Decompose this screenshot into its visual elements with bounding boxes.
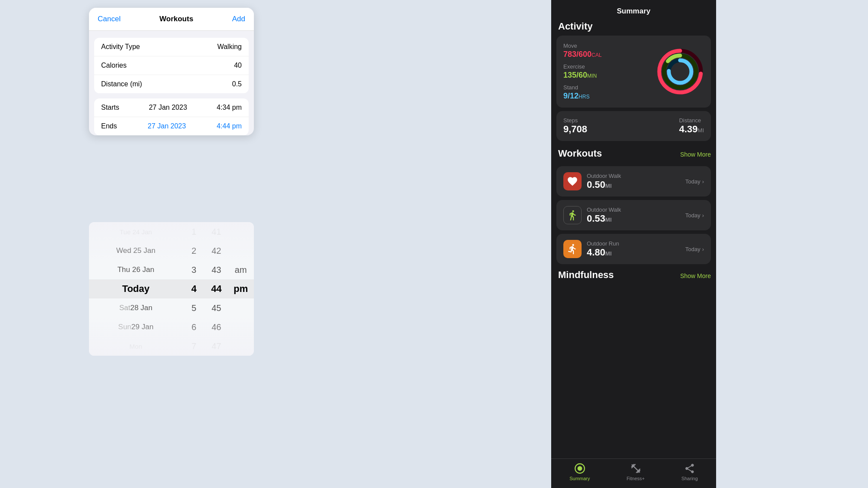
svg-point-7 xyxy=(577,466,582,471)
picker-item[interactable]: 41 xyxy=(205,222,228,241)
steps-value: 9,708 xyxy=(563,124,587,135)
workout-distance: 0.53MI xyxy=(587,213,685,224)
picker-item[interactable]: 5 xyxy=(183,298,205,318)
picker-item[interactable]: Tue 24 Jan xyxy=(89,222,183,241)
picker-item[interactable]: 42 xyxy=(205,241,228,260)
nav-fitness[interactable]: Fitness+ xyxy=(627,462,645,481)
activity-type-value: Walking xyxy=(217,43,242,51)
fitness-nav-icon xyxy=(630,462,642,475)
exercise-value: 135/60MIN xyxy=(563,71,602,80)
nav-summary[interactable]: Summary xyxy=(569,462,590,481)
date-form: Starts 27 Jan 2023 4:34 pm Ends 27 Jan 2… xyxy=(94,98,249,135)
starts-label: Starts xyxy=(101,104,119,111)
stand-label: Stand xyxy=(563,84,602,91)
workout-distance: 0.50MI xyxy=(587,179,685,190)
picker-item[interactable]: am xyxy=(228,260,254,279)
distance-value: 4.39MI xyxy=(679,124,704,135)
mindfulness-section: Mindfulness Show More xyxy=(551,268,716,288)
distance-label: Distance (mi) xyxy=(101,80,142,88)
picker-item[interactable]: 47 xyxy=(205,337,228,356)
starts-date: 27 Jan 2023 xyxy=(149,104,187,111)
modal-title: Workouts xyxy=(159,15,193,23)
picker-item[interactable]: 3 xyxy=(183,260,205,279)
workout-name: Outdoor Walk xyxy=(587,206,685,213)
starts-row[interactable]: Starts 27 Jan 2023 4:34 pm xyxy=(94,98,249,117)
activity-rings-card: Move 783/600CAL Exercise 135/60MIN Stand… xyxy=(556,36,711,108)
move-stat: Move 783/600CAL xyxy=(563,43,602,59)
activity-rings xyxy=(656,48,704,95)
workouts-modal: Cancel Workouts Add Activity Type Walkin… xyxy=(89,8,254,135)
activity-type-row[interactable]: Activity Type Walking xyxy=(94,38,249,56)
move-value: 783/600CAL xyxy=(563,50,602,59)
exercise-stat: Exercise 135/60MIN xyxy=(563,63,602,80)
bottom-nav: Summary Fitness+ Sharing xyxy=(551,459,716,488)
calories-value: 40 xyxy=(234,62,242,69)
workout-walk-icon xyxy=(563,206,582,224)
distance-label: Distance xyxy=(679,117,704,124)
calories-label: Calories xyxy=(101,62,127,69)
ends-label: Ends xyxy=(101,122,117,130)
workouts-header: Workouts Show More xyxy=(556,146,711,163)
ends-date: 27 Jan 2023 xyxy=(148,122,186,130)
picker-item[interactable]: 2 xyxy=(183,241,205,260)
rings-svg xyxy=(656,48,704,95)
steps-col: Steps 9,708 xyxy=(563,117,587,135)
distance-row[interactable]: Distance (mi) 0.5 xyxy=(94,75,249,93)
picker-item[interactable]: 46 xyxy=(205,318,228,337)
stand-value: 9/12HRS xyxy=(563,92,602,101)
picker-item[interactable]: 6 xyxy=(183,318,205,337)
workouts-title: Workouts xyxy=(558,148,602,159)
picker-item[interactable] xyxy=(228,337,254,356)
picker-item[interactable]: 43 xyxy=(205,260,228,279)
activity-form: Activity Type Walking Calories 40 Distan… xyxy=(94,38,249,93)
workout-time: Today › xyxy=(685,212,704,219)
mindfulness-show-more[interactable]: Show More xyxy=(680,272,711,279)
mindfulness-title: Mindfulness xyxy=(558,269,614,281)
picker-item[interactable]: Sun 29 Jan xyxy=(89,318,183,337)
workout-time: Today › xyxy=(685,178,704,185)
picker-item[interactable]: Mon xyxy=(89,337,183,356)
workout-item[interactable]: Outdoor Run 4.80MI Today › xyxy=(556,234,711,264)
workout-time: Today › xyxy=(685,246,704,252)
workout-heart-icon xyxy=(563,172,582,190)
time-picker[interactable]: Tue 24 Jan Wed 25 Jan Thu 26 Jan Today S… xyxy=(89,222,254,356)
picker-item[interactable] xyxy=(228,222,254,241)
steps-card: Steps 9,708 Distance 4.39MI xyxy=(556,111,711,141)
move-label: Move xyxy=(563,43,602,49)
left-panel: Cancel Workouts Add Activity Type Walkin… xyxy=(87,0,256,488)
calories-row[interactable]: Calories 40 xyxy=(94,56,249,75)
sharing-nav-label: Sharing xyxy=(681,476,698,481)
summary-nav-icon xyxy=(574,462,586,475)
picker-item[interactable]: 45 xyxy=(205,298,228,318)
workout-run-icon xyxy=(563,240,582,258)
workout-distance: 4.80MI xyxy=(587,247,685,258)
workout-name: Outdoor Run xyxy=(587,240,685,247)
cancel-button[interactable]: Cancel xyxy=(98,15,121,23)
workout-item[interactable]: Outdoor Walk 0.53MI Today › xyxy=(556,200,711,230)
workout-info: Outdoor Run 4.80MI xyxy=(587,240,685,258)
picker-item[interactable]: 7 xyxy=(183,337,205,356)
workout-item[interactable]: Outdoor Walk 0.50MI Today › xyxy=(556,166,711,197)
fitness-nav-label: Fitness+ xyxy=(627,476,645,481)
workout-info: Outdoor Walk 0.53MI xyxy=(587,206,685,224)
ends-row[interactable]: Ends 27 Jan 2023 4:44 pm xyxy=(94,117,249,135)
add-button[interactable]: Add xyxy=(232,15,245,23)
summary-title: Summary xyxy=(551,0,716,19)
nav-sharing[interactable]: Sharing xyxy=(681,462,698,481)
distance-col: Distance 4.39MI xyxy=(679,117,704,135)
distance-value: 0.5 xyxy=(232,80,242,88)
picker-item[interactable] xyxy=(228,298,254,318)
activity-title: Activity xyxy=(558,21,711,32)
workout-info: Outdoor Walk 0.50MI xyxy=(587,173,685,190)
activity-section: Activity Move 783/600CAL Exercise 135/60… xyxy=(551,19,716,146)
exercise-label: Exercise xyxy=(563,63,602,70)
picker-item[interactable]: Thu 26 Jan xyxy=(89,260,183,279)
picker-item[interactable] xyxy=(228,318,254,337)
workouts-show-more[interactable]: Show More xyxy=(680,151,711,158)
picker-item[interactable]: 1 xyxy=(183,222,205,241)
picker-item[interactable]: Sat 28 Jan xyxy=(89,298,183,318)
stand-stat: Stand 9/12HRS xyxy=(563,84,602,101)
picker-item[interactable]: Wed 25 Jan xyxy=(89,241,183,260)
starts-time: 4:34 pm xyxy=(217,104,242,111)
picker-item[interactable] xyxy=(228,241,254,260)
